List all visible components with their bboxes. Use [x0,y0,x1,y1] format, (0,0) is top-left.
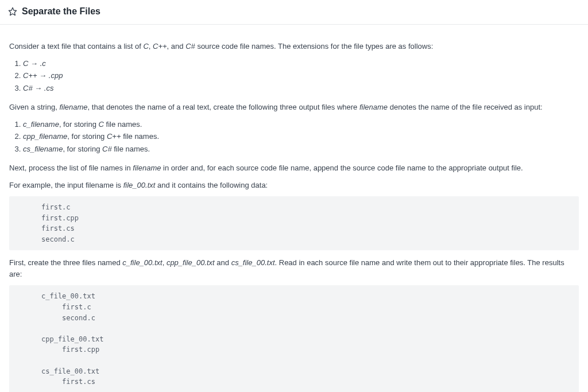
page-header: Separate the Files [0,0,588,25]
list-item: C# → .cs [23,83,579,94]
example-intro: For example, the input filename is file_… [9,180,579,191]
list-item: cpp_filename, for storing C++ file names… [23,131,579,142]
next-paragraph: Next, process the list of file names in … [9,162,579,174]
output-files-list: c_filename, for storing C file names. cp… [23,119,579,155]
code-sample-output: c_file_00.txt first.c second.c cpp_file_… [9,285,579,392]
svg-marker-0 [9,7,16,15]
list-item: C++ → .cpp [23,70,579,81]
list-item: c_filename, for storing C file names. [23,119,579,130]
create-files-paragraph: First, create the three files named c_fi… [9,257,579,280]
page-title: Separate the Files [22,5,100,18]
code-sample-input: first.c first.cpp first.cs second.c [9,196,579,250]
list-item: C → .c [23,58,579,69]
star-icon[interactable] [8,7,17,16]
given-paragraph: Given a string, filename, that denotes t… [9,102,579,113]
problem-statement: Consider a text file that contains a lis… [0,25,588,392]
list-item: cs_filename, for storing C# file names. [23,143,579,155]
intro-paragraph: Consider a text file that contains a lis… [9,41,579,52]
extension-list: C → .c C++ → .cpp C# → .cs [23,58,579,94]
